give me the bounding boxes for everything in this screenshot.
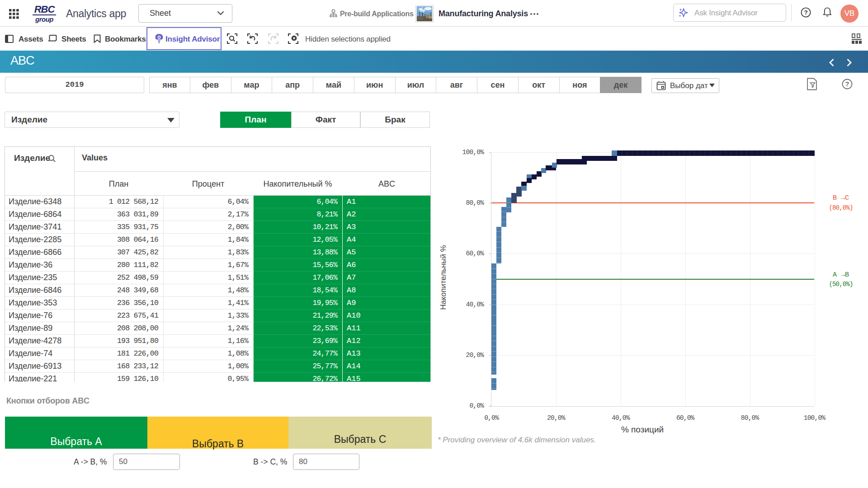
svg-text:?: ?	[845, 80, 849, 88]
svg-text:?: ?	[804, 9, 807, 16]
